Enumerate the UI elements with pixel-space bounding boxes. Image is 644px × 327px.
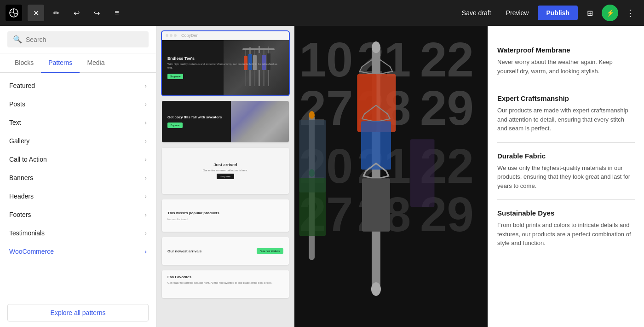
undo-button[interactable]: ↩ xyxy=(68,5,85,21)
search-icon: 🔍 xyxy=(13,35,22,44)
main-editor: 10 21 22 27 28 29 20 21 22 27 28 29 xyxy=(294,26,488,327)
feature-dyes-title: Sustainable Dyes xyxy=(497,209,635,217)
just-arrived-preview: Just arrived Our entire summer collectio… xyxy=(162,148,289,194)
sidebar: 🔍 Blocks Patterns Media Featured › Posts… xyxy=(0,26,156,327)
endless-tees-text: Endless Tee's With high quality material… xyxy=(162,40,289,95)
feature-fabric: Durable Fabric We use only the highest-q… xyxy=(497,143,635,200)
save-draft-button[interactable]: Save draft xyxy=(456,6,497,19)
close-button[interactable]: ✕ xyxy=(28,5,44,21)
tab-media[interactable]: Media xyxy=(80,53,112,73)
chevron-icon: › xyxy=(144,229,147,237)
browser-dots xyxy=(166,34,177,37)
just-arrived-content: Just arrived Our entire summer collectio… xyxy=(203,163,248,179)
sweater-title: Get cozy this fall with sweaters xyxy=(167,115,225,120)
sidebar-item-headers[interactable]: Headers › xyxy=(0,187,156,205)
preview-button[interactable]: Preview xyxy=(500,6,535,19)
feature-waterproof-title: Waterproof Membrane xyxy=(497,46,635,54)
layout-toggle-button[interactable]: ⊞ xyxy=(581,5,598,21)
user-avatar[interactable]: ⚡ xyxy=(602,5,618,21)
feature-dyes: Sustainable Dyes From bold prints and co… xyxy=(497,200,635,257)
redo-button[interactable]: ↪ xyxy=(88,5,105,21)
just-arrived-subtitle: Our entire summer collection is here. xyxy=(203,169,248,172)
chevron-icon: › xyxy=(144,119,147,126)
feature-fabric-desc: We use only the highest-quality material… xyxy=(497,164,635,191)
sidebar-item-woocommerce[interactable]: WooCommerce › xyxy=(0,242,156,261)
pattern-card-newest[interactable]: Our newest arrivals View new products xyxy=(162,237,289,265)
explore-all-patterns-button[interactable]: Explore all patterns xyxy=(7,304,149,321)
svg-text:29: 29 xyxy=(420,81,474,135)
fan-favorites-preview: Fan Favorites Get ready to start the sea… xyxy=(162,270,289,298)
feature-fabric-title: Durable Fabric xyxy=(497,152,635,160)
feature-craftsmanship: Expert Craftsmanship Our products are ma… xyxy=(497,85,635,143)
sidebar-item-footers[interactable]: Footers › xyxy=(0,205,156,224)
pattern-card-popular[interactable]: This week's popular products No results … xyxy=(162,199,289,232)
tab-patterns[interactable]: Patterns xyxy=(41,53,80,73)
browser-url: CopyDen xyxy=(181,33,199,38)
feature-waterproof: Waterproof Membrane Never worry about th… xyxy=(497,37,635,85)
editor-background: 10 21 22 27 28 29 20 21 22 27 28 29 xyxy=(294,26,488,327)
sidebar-item-gallery[interactable]: Gallery › xyxy=(0,132,156,150)
svg-rect-31 xyxy=(361,121,391,169)
edit-button[interactable]: ✏ xyxy=(48,5,64,21)
chevron-icon: › xyxy=(144,137,147,145)
fan-favorites-desc: Get ready to start the season right. All… xyxy=(167,281,283,285)
search-container: 🔍 xyxy=(0,26,156,53)
mini-browser-chrome: CopyDen xyxy=(162,31,289,40)
sweater-image xyxy=(231,101,289,142)
svg-point-39 xyxy=(371,282,381,296)
publish-button[interactable]: Publish xyxy=(538,6,578,20)
sidebar-item-posts[interactable]: Posts › xyxy=(0,95,156,113)
svg-point-34 xyxy=(309,111,315,119)
fan-favorites-title: Fan Favorites xyxy=(167,275,283,279)
wp-logo[interactable] xyxy=(6,5,22,21)
endless-tees-cta: Shop now xyxy=(167,74,183,79)
endless-tees-desc: With high quality materials and expert c… xyxy=(167,63,283,70)
sidebar-item-testimonials[interactable]: Testimonials › xyxy=(0,224,156,242)
svg-rect-38 xyxy=(410,139,435,207)
endless-tees-preview: Endless Tee's With high quality material… xyxy=(162,40,289,95)
menu-button[interactable]: ≡ xyxy=(109,5,125,21)
pattern-card-fan-favorites[interactable]: Fan Favorites Get ready to start the sea… xyxy=(162,270,289,298)
tab-blocks[interactable]: Blocks xyxy=(7,53,41,73)
sidebar-item-featured[interactable]: Featured › xyxy=(0,76,156,95)
tab-bar: Blocks Patterns Media xyxy=(0,53,156,73)
sweater-cta: Buy now xyxy=(167,123,183,128)
svg-text:10: 10 xyxy=(299,33,353,87)
wordpress-icon xyxy=(9,8,18,18)
search-input[interactable] xyxy=(26,36,143,43)
just-arrived-cta: shop now xyxy=(217,174,234,179)
feature-waterproof-desc: Never worry about the weather again. Kee… xyxy=(497,58,635,76)
more-options-button[interactable]: ⋮ xyxy=(622,6,638,20)
right-panel: Waterproof Membrane Never worry about th… xyxy=(488,26,644,327)
popular-title: This week's popular products xyxy=(167,211,219,215)
feature-craftsmanship-title: Expert Craftsmanship xyxy=(497,94,635,102)
patterns-scroll: CopyDen Endless Tee's With high quality … xyxy=(156,26,294,327)
chevron-icon: › xyxy=(144,100,147,108)
popular-no-results: No results found. xyxy=(167,218,283,221)
just-arrived-title: Just arrived xyxy=(213,163,237,167)
svg-point-28 xyxy=(372,41,380,53)
newest-title: Our newest arrivals xyxy=(167,249,201,253)
sweaters-preview: Get cozy this fall with sweaters Buy now xyxy=(162,101,289,142)
rack-photo-svg: 10 21 22 27 28 29 20 21 22 27 28 29 xyxy=(294,26,488,327)
main-layout: 🔍 Blocks Patterns Media Featured › Posts… xyxy=(0,26,644,327)
pattern-card-endless-tees[interactable]: CopyDen Endless Tee's With high quality … xyxy=(162,31,289,95)
endless-tees-title: Endless Tee's xyxy=(167,56,283,61)
svg-rect-32 xyxy=(362,178,390,232)
chevron-icon: › xyxy=(144,248,147,255)
center-wrapper: CopyDen Endless Tee's With high quality … xyxy=(156,26,488,327)
newest-preview: Our newest arrivals View new products xyxy=(162,237,289,265)
svg-text:22: 22 xyxy=(420,33,474,87)
newest-cta: View new products xyxy=(257,248,283,254)
toolbar: ✕ ✏ ↩ ↪ ≡ Save draft Preview Publish ⊞ ⚡… xyxy=(0,0,644,26)
sidebar-item-call-to-action[interactable]: Call to Action › xyxy=(0,150,156,169)
feature-craftsmanship-desc: Our products are made with expert crafts… xyxy=(497,106,635,133)
sidebar-item-banners[interactable]: Banners › xyxy=(0,169,156,187)
dot-3 xyxy=(174,34,177,37)
pattern-card-sweaters[interactable]: Get cozy this fall with sweaters Buy now xyxy=(162,101,289,142)
feature-dyes-desc: From bold prints and colors to intricate… xyxy=(497,221,635,248)
sidebar-item-text[interactable]: Text › xyxy=(0,113,156,132)
chevron-icon: › xyxy=(144,156,147,163)
pattern-card-just-arrived[interactable]: Just arrived Our entire summer collectio… xyxy=(162,148,289,194)
popular-preview: This week's popular products No results … xyxy=(162,199,289,232)
